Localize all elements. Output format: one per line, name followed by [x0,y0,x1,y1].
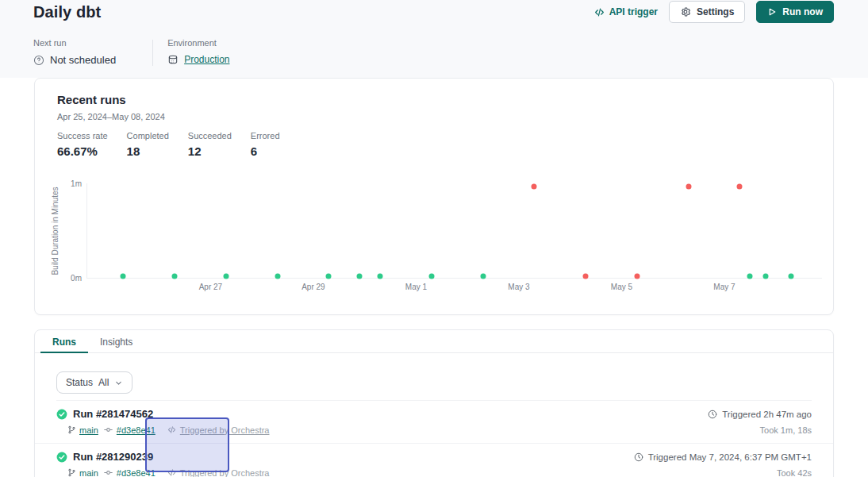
chart-x-tick: Apr 29 [301,283,325,291]
runs-list: Run #281474562 main [35,401,833,477]
branch-link[interactable]: main [67,468,98,477]
next-run-label: Next run [33,38,116,48]
branch-link[interactable]: main [67,425,98,435]
chart-point-succeeded[interactable] [378,273,383,279]
stat-succeeded: Succeeded 12 [188,131,232,158]
check-circle-icon [56,452,67,463]
play-icon [767,7,777,17]
stat-errored: Errored 6 [251,131,292,158]
header-row: Daily dbt API trigger Settings [33,1,834,23]
runs-card: Runs Insights Status All [34,329,834,477]
run-title: Run #281474562 [73,408,153,420]
chart-point-errored[interactable] [737,183,743,189]
header-actions: API trigger Settings Run now [594,1,834,23]
settings-label: Settings [697,6,734,17]
trigger-cause-link[interactable]: Triggered by Orchestra [167,425,270,435]
run-row-left: Run #281474562 main [56,408,270,435]
run-now-button[interactable]: Run now [756,1,834,23]
page-header-band: Daily dbt API trigger Settings [0,0,868,78]
chart-point-succeeded[interactable] [762,273,768,279]
run-row[interactable]: Run #281290239 main [35,443,833,477]
next-run-value: Not scheduled [50,54,116,66]
chart-point-errored[interactable] [583,273,589,279]
commit-link[interactable]: #d3e8e41 [103,425,156,435]
clock-icon [634,452,643,462]
stat-success-rate: Success rate 66.67% [57,131,108,158]
environment-link[interactable]: Production [184,54,229,65]
run-row[interactable]: Run #281474562 main [35,401,833,443]
chart-y-tick: 0m [71,274,82,283]
chart-x-tick: May 3 [508,283,529,291]
chart-point-succeeded[interactable] [428,273,434,279]
chevron-down-icon [114,379,123,387]
page-title: Daily dbt [33,3,101,21]
chart-point-succeeded[interactable] [121,273,126,279]
clock-icon [708,410,717,419]
meta-divider [152,40,153,66]
chart-x-tick: May 1 [405,283,427,291]
recent-runs-stats: Success rate 66.67% Completed 18 Succeed… [57,131,311,158]
run-title-row: Run #281290239 [56,451,270,463]
recent-runs-title: Recent runs [57,93,126,106]
tab-runs[interactable]: Runs [40,330,88,352]
chart-point-errored[interactable] [634,273,639,279]
run-duration: Took 1m, 18s [708,425,812,435]
chart-y-axis-label: Build Duration in Minutes [51,187,60,275]
chart-point-succeeded[interactable] [747,273,753,279]
code-icon [167,468,176,477]
chart-point-succeeded[interactable] [275,273,280,279]
recent-runs-card: Recent runs Apr 25, 2024–May 08, 2024 Su… [34,78,834,315]
api-trigger-link[interactable]: API trigger [594,6,658,17]
trigger-cause-link[interactable]: Triggered by Orchestra [167,468,270,477]
run-row-left: Run #281290239 main [56,451,270,477]
run-row-right: Triggered May 7, 2024, 6:37 PM GMT+1 Too… [634,451,812,477]
recent-runs-date-range: Apr 25, 2024–May 08, 2024 [57,112,165,121]
environment-label: Environment [167,38,229,48]
chart-point-succeeded[interactable] [172,273,178,279]
run-duration: Took 42s [634,468,812,477]
chart-point-errored[interactable] [532,183,537,189]
commit-link[interactable]: #d3e8e41 [103,467,156,477]
code-icon [594,7,605,17]
environment-value-row: Production [167,54,229,65]
chart-point-succeeded[interactable] [223,273,229,279]
stat-completed: Completed 18 [127,131,169,158]
code-icon [167,425,176,434]
chart-point-succeeded[interactable] [789,273,794,279]
run-row-right: Triggered 2h 47m ago Took 1m, 18s [708,408,812,435]
chart-x-tick: May 7 [713,283,735,291]
run-title: Run #281290239 [73,451,153,463]
chart-point-errored[interactable] [686,183,691,189]
run-meta-row: main #d3e8e41 [67,425,270,435]
question-circle-icon [33,55,44,66]
api-trigger-label: API trigger [609,6,658,17]
git-commit-icon [103,425,113,435]
run-now-label: Run now [782,6,823,17]
status-filter-dropdown[interactable]: Status All [56,371,133,394]
chart-plot: Build Duration in Minutes 0m1mApr 27Apr … [86,183,822,279]
job-meta-row: Next run Not scheduled Environment [33,38,230,66]
next-run-value-row: Not scheduled [33,54,116,66]
next-run-group: Next run Not scheduled [33,38,116,66]
chart-point-succeeded[interactable] [357,273,363,279]
status-filter-value: All [98,377,109,388]
tab-insights[interactable]: Insights [88,330,144,352]
git-branch-icon [67,468,76,477]
chart-point-succeeded[interactable] [480,273,486,279]
chart-x-tick: May 5 [611,283,632,291]
check-circle-icon [56,409,67,420]
database-icon [167,54,179,65]
chart-x-tick: Apr 27 [199,283,222,291]
status-filter-label: Status [66,377,93,388]
run-meta-row: main #d3e8e41 [67,467,270,477]
chart-point-succeeded[interactable] [326,273,332,279]
chart-y-tick: 1m [71,179,82,188]
git-branch-icon [67,425,76,434]
run-title-row: Run #281474562 [56,408,270,420]
run-triggered-time: Triggered May 7, 2024, 6:37 PM GMT+1 [634,452,812,462]
git-commit-icon [103,467,113,477]
settings-button[interactable]: Settings [669,1,745,23]
tab-bar: Runs Insights [35,330,833,353]
gear-icon [680,6,691,17]
run-triggered-time: Triggered 2h 47m ago [708,410,812,419]
